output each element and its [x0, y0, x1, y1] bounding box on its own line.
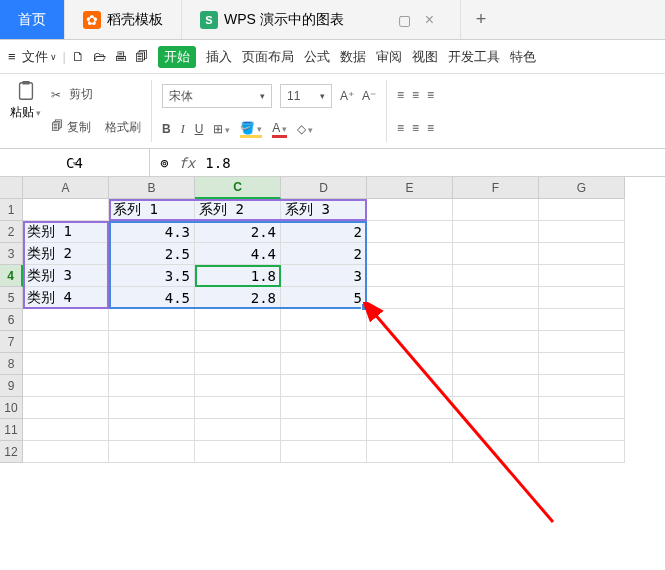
cell[interactable] — [195, 441, 281, 463]
bold-button[interactable]: B — [162, 122, 171, 136]
row-header-7[interactable]: 7 — [0, 331, 23, 353]
cell[interactable] — [23, 331, 109, 353]
cell[interactable] — [23, 353, 109, 375]
cell[interactable] — [367, 243, 453, 265]
open-icon[interactable]: 🗁 — [93, 49, 106, 64]
cell[interactable] — [367, 199, 453, 221]
ribbon-tab-view[interactable]: 视图 — [412, 48, 438, 66]
cell[interactable] — [281, 397, 367, 419]
select-all-corner[interactable] — [0, 177, 23, 199]
cell[interactable] — [539, 375, 625, 397]
col-header-F[interactable]: F — [453, 177, 539, 199]
row-header-12[interactable]: 12 — [0, 441, 23, 463]
cell[interactable] — [453, 397, 539, 419]
cell[interactable]: 2.5 — [109, 243, 195, 265]
align-top-icon[interactable]: ≡ — [397, 88, 404, 102]
decrease-font-icon[interactable]: A⁻ — [362, 89, 376, 103]
format-painter-button[interactable]: 格式刷 — [105, 119, 141, 136]
cell[interactable] — [453, 243, 539, 265]
align-right-icon[interactable]: ≡ — [427, 121, 434, 135]
align-middle-icon[interactable]: ≡ — [412, 88, 419, 102]
cell[interactable] — [109, 441, 195, 463]
window-icon[interactable]: ▢ — [398, 12, 411, 28]
new-tab-button[interactable]: + — [461, 0, 501, 39]
save-icon[interactable]: 🗋 — [72, 49, 85, 64]
ribbon-tab-start[interactable]: 开始 — [158, 46, 196, 68]
cell[interactable] — [367, 397, 453, 419]
ribbon-tab-data[interactable]: 数据 — [340, 48, 366, 66]
cell[interactable] — [281, 353, 367, 375]
cell[interactable] — [281, 331, 367, 353]
file-menu[interactable]: 文件∨ — [22, 48, 57, 66]
font-size-select[interactable]: 11▾ — [280, 84, 332, 108]
ribbon-tab-review[interactable]: 审阅 — [376, 48, 402, 66]
target-icon[interactable]: ⊚ — [160, 155, 168, 171]
cell[interactable]: 类别 3 — [23, 265, 109, 287]
cell[interactable]: 类别 1 — [23, 221, 109, 243]
cell[interactable] — [281, 419, 367, 441]
align-center-icon[interactable]: ≡ — [412, 121, 419, 135]
cell[interactable] — [23, 309, 109, 331]
cell[interactable]: 系列 3 — [281, 199, 367, 221]
cell[interactable]: 2 — [281, 221, 367, 243]
tab-document[interactable]: S WPS 演示中的图表 ▢ × — [182, 0, 461, 39]
menu-icon[interactable]: ≡ — [8, 49, 16, 64]
row-header-4[interactable]: 4 — [0, 265, 23, 287]
cell[interactable] — [367, 419, 453, 441]
cell[interactable] — [453, 353, 539, 375]
cell[interactable] — [195, 309, 281, 331]
align-bottom-icon[interactable]: ≡ — [427, 88, 434, 102]
print-icon[interactable]: 🖶 — [114, 49, 127, 64]
cell[interactable] — [453, 375, 539, 397]
eraser-button[interactable]: ◇ — [297, 122, 313, 136]
cell[interactable] — [453, 221, 539, 243]
cell[interactable] — [539, 243, 625, 265]
fill-color-button[interactable]: 🪣 — [240, 121, 262, 138]
grid[interactable]: ABCDEFG 系列 1系列 2系列 3类别 14.32.42类别 22.54.… — [23, 177, 625, 463]
ribbon-tab-layout[interactable]: 页面布局 — [242, 48, 294, 66]
cell[interactable] — [539, 397, 625, 419]
cell[interactable]: 5 — [281, 287, 367, 309]
cell[interactable]: 3.5 — [109, 265, 195, 287]
cell[interactable] — [195, 397, 281, 419]
ribbon-tab-extra[interactable]: 特色 — [510, 48, 536, 66]
ribbon-tab-insert[interactable]: 插入 — [206, 48, 232, 66]
formula-input[interactable]: 1.8 — [205, 155, 230, 171]
cell[interactable] — [539, 221, 625, 243]
cell[interactable] — [195, 353, 281, 375]
row-header-3[interactable]: 3 — [0, 243, 23, 265]
cell[interactable] — [453, 419, 539, 441]
cell[interactable] — [453, 265, 539, 287]
font-color-button[interactable]: A — [272, 121, 287, 138]
cell[interactable] — [539, 287, 625, 309]
col-header-B[interactable]: B — [109, 177, 195, 199]
cell[interactable] — [367, 221, 453, 243]
cell[interactable] — [109, 353, 195, 375]
cell[interactable] — [539, 353, 625, 375]
cell[interactable] — [23, 397, 109, 419]
cell[interactable] — [195, 375, 281, 397]
cell[interactable] — [281, 309, 367, 331]
cell[interactable]: 系列 2 — [195, 199, 281, 221]
copy-button[interactable]: 🗐复制 — [51, 119, 91, 136]
row-header-10[interactable]: 10 — [0, 397, 23, 419]
cell[interactable] — [109, 309, 195, 331]
row-header-6[interactable]: 6 — [0, 309, 23, 331]
cell[interactable] — [23, 419, 109, 441]
cell[interactable]: 2.4 — [195, 221, 281, 243]
border-button[interactable]: ⊞ — [213, 122, 230, 136]
col-header-A[interactable]: A — [23, 177, 109, 199]
cell[interactable] — [539, 199, 625, 221]
col-header-E[interactable]: E — [367, 177, 453, 199]
cell[interactable] — [109, 331, 195, 353]
cell[interactable]: 2 — [281, 243, 367, 265]
ribbon-tab-formula[interactable]: 公式 — [304, 48, 330, 66]
cell[interactable]: 系列 1 — [109, 199, 195, 221]
increase-font-icon[interactable]: A⁺ — [340, 89, 354, 103]
italic-button[interactable]: I — [181, 122, 185, 137]
row-header-1[interactable]: 1 — [0, 199, 23, 221]
row-header-11[interactable]: 11 — [0, 419, 23, 441]
cell[interactable] — [109, 375, 195, 397]
cell[interactable] — [109, 419, 195, 441]
cell[interactable] — [367, 441, 453, 463]
